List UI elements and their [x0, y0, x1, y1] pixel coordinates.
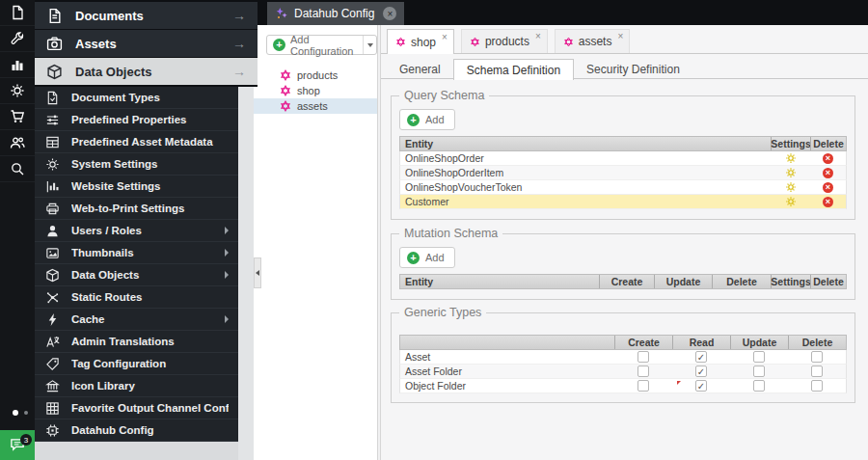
- workspace-tab-datahub-config[interactable]: Datahub Config ×: [267, 2, 404, 25]
- metadata-grid-icon: [45, 135, 60, 149]
- tab-general[interactable]: General: [387, 59, 453, 79]
- column-header-delete[interactable]: Delete: [810, 275, 846, 288]
- sidebar-item-document-types[interactable]: Document Types: [35, 87, 238, 109]
- column-header-update[interactable]: Update: [730, 336, 788, 349]
- sidebar-item-favorite-output-channel-configurations[interactable]: Favorite Output Channel Configurations: [35, 397, 238, 419]
- column-header-settings[interactable]: Settings: [771, 275, 810, 288]
- menu-item-documents[interactable]: Documents →: [35, 2, 258, 29]
- column-header-update[interactable]: Update: [654, 275, 712, 288]
- sidebar-item-website-settings[interactable]: Website Settings: [35, 176, 238, 198]
- tree-item-assets[interactable]: assets: [254, 98, 377, 114]
- column-header-delete[interactable]: Delete: [788, 336, 846, 349]
- tab-products[interactable]: products ×: [461, 29, 548, 53]
- settings-button[interactable]: [0, 78, 35, 104]
- sidebar-item-label: Website Settings: [71, 180, 229, 192]
- delete-row-icon[interactable]: ×: [823, 182, 833, 193]
- tree-item-shop[interactable]: shop: [254, 83, 377, 98]
- update-checkbox[interactable]: [753, 365, 765, 377]
- add-configuration-button[interactable]: + Add Configuration: [266, 35, 377, 55]
- sidebar-item-users-roles[interactable]: Users / Roles: [35, 220, 238, 242]
- sidebar-item-icon-library[interactable]: Icon Library: [35, 375, 238, 397]
- search-button[interactable]: [0, 156, 35, 182]
- column-header-entity[interactable]: Entity: [400, 275, 599, 288]
- tab-assets[interactable]: assets ×: [555, 29, 631, 53]
- close-tab-icon[interactable]: ×: [442, 32, 448, 42]
- column-header-create[interactable]: Create: [614, 336, 672, 349]
- tab-shop[interactable]: shop ×: [387, 29, 454, 54]
- sidebar-item-web-to-print-settings[interactable]: Web-to-Print Settings: [35, 198, 238, 220]
- table-row[interactable]: OnlineShopOrderItem ×: [399, 166, 847, 180]
- read-checkbox[interactable]: [695, 380, 707, 392]
- reports-button[interactable]: [0, 52, 35, 78]
- column-header-read[interactable]: Read: [672, 336, 730, 349]
- table-row[interactable]: Asset Folder: [399, 365, 847, 379]
- delete-checkbox[interactable]: [811, 365, 823, 377]
- main-menu: Documents → Assets → Data Objects →: [35, 0, 258, 87]
- mutation-schema-fieldset: Mutation Schema + Add Entity Create Upda…: [391, 233, 855, 300]
- update-checkbox[interactable]: [753, 380, 765, 392]
- chat-button[interactable]: 3: [0, 430, 35, 460]
- mutation-add-button[interactable]: + Add: [399, 247, 455, 268]
- create-checkbox[interactable]: [637, 365, 649, 377]
- column-header-entity[interactable]: Entity: [400, 137, 771, 150]
- entity-cell: OnlineShopOrderItem: [400, 166, 771, 179]
- query-add-button[interactable]: + Add: [399, 109, 455, 130]
- ecommerce-button[interactable]: [0, 104, 35, 130]
- column-header-settings[interactable]: Settings: [771, 137, 810, 150]
- delete-row-icon[interactable]: ×: [823, 168, 833, 178]
- add-configuration-dropdown[interactable]: [363, 36, 376, 54]
- grid-header: Create Read Update Delete: [399, 335, 847, 350]
- delete-row-icon[interactable]: ×: [823, 153, 833, 164]
- table-row[interactable]: Object Folder: [399, 379, 847, 393]
- tab-security-definition[interactable]: Security Definition: [574, 59, 692, 79]
- create-checkbox[interactable]: [637, 380, 649, 392]
- users-button[interactable]: [0, 130, 35, 156]
- create-checkbox[interactable]: [637, 351, 649, 363]
- gear-icon: [45, 157, 60, 172]
- delete-row-icon[interactable]: ×: [823, 197, 833, 207]
- main-toolbar: 3: [0, 0, 35, 460]
- tree-item-products[interactable]: products: [254, 68, 377, 83]
- sidebar-item-label: Cache: [71, 313, 225, 325]
- generic-types-fieldset: Generic Types Create Read Update Delete …: [391, 312, 855, 403]
- settings-gear-icon[interactable]: [785, 152, 797, 164]
- table-row[interactable]: OnlineShopVoucherToken ×: [399, 180, 847, 195]
- table-row[interactable]: Customer ×: [399, 195, 847, 209]
- sidebar-item-data-objects[interactable]: Data Objects: [35, 264, 238, 286]
- sidebar-item-tag-configuration[interactable]: Tag Configuration: [35, 353, 238, 375]
- menu-item-assets[interactable]: Assets →: [35, 30, 258, 57]
- menu-item-data-objects[interactable]: Data Objects →: [35, 58, 258, 85]
- delete-checkbox[interactable]: [811, 380, 823, 392]
- sidebar-item-system-settings[interactable]: System Settings: [35, 153, 238, 176]
- close-tab-icon[interactable]: ×: [383, 7, 396, 20]
- sidebar-item-cache[interactable]: Cache: [35, 309, 238, 331]
- settings-gear-icon[interactable]: [785, 196, 797, 207]
- image-icon: [45, 246, 60, 260]
- table-row[interactable]: OnlineShopOrder ×: [399, 151, 847, 166]
- sidebar-item-static-routes[interactable]: Static Routes: [35, 286, 238, 309]
- file-button[interactable]: [0, 0, 35, 26]
- sidebar-item-predefined-properties[interactable]: Predefined Properties: [35, 109, 238, 131]
- read-checkbox[interactable]: [695, 351, 707, 363]
- column-header-delete[interactable]: Delete: [712, 275, 771, 288]
- delete-checkbox[interactable]: [811, 351, 823, 363]
- column-header-create[interactable]: Create: [599, 275, 654, 288]
- search-icon: [10, 161, 25, 176]
- entity-cell: Customer: [400, 195, 771, 208]
- column-header-delete[interactable]: Delete: [810, 137, 846, 150]
- sidebar-item-label: Predefined Asset Metadata: [71, 136, 229, 148]
- sidebar-item-datahub-config[interactable]: Datahub Config: [35, 419, 238, 442]
- table-row[interactable]: Asset: [399, 350, 847, 365]
- tools-button[interactable]: [0, 26, 35, 52]
- close-tab-icon[interactable]: ×: [617, 31, 623, 41]
- settings-gear-icon[interactable]: [785, 167, 797, 178]
- close-tab-icon[interactable]: ×: [535, 31, 541, 41]
- collapse-panel-handle[interactable]: [254, 257, 261, 288]
- tab-schema-definition[interactable]: Schema Definition: [453, 59, 574, 80]
- sidebar-item-admin-translations[interactable]: Admin Translations: [35, 331, 238, 353]
- sidebar-item-predefined-asset-metadata[interactable]: Predefined Asset Metadata: [35, 131, 238, 153]
- update-checkbox[interactable]: [753, 351, 765, 363]
- settings-gear-icon[interactable]: [785, 181, 797, 193]
- read-checkbox[interactable]: [695, 365, 707, 377]
- sidebar-item-thumbnails[interactable]: Thumbnails: [35, 242, 238, 264]
